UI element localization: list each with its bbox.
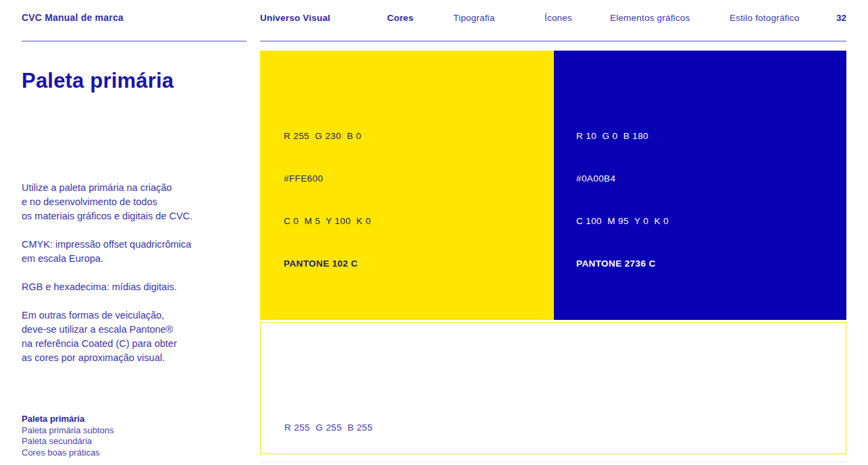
swatch-white-specs: R 255 G 255 B 255 #FFFFFF C 00 M 00 Y 00… [284, 392, 382, 465]
swatch-hex-value: #0A00B4 [576, 171, 669, 186]
nav-item-estilo-fotografico[interactable]: Estilo fotográfico [730, 13, 799, 23]
nav-item-icones[interactable]: Ícones [544, 13, 572, 23]
paragraph-cmyk: CMYK: impressão offset quadricrômica em … [22, 238, 255, 266]
nav-item-elementos-graficos[interactable]: Elementos gráficos [610, 13, 690, 23]
nav-item-tipografia[interactable]: Tipografia [453, 13, 495, 23]
header-divider-left [22, 40, 247, 42]
swatch-cmyk-value: C 100 M 95 Y 0 K 0 [576, 214, 669, 228]
nav-item-cores[interactable]: Cores [387, 13, 413, 23]
swatch-pantone-value: PANTONE 102 C [284, 256, 371, 271]
paragraph-usage: Utilize a paleta primária na criação e n… [22, 181, 255, 223]
color-swatch-white: R 255 G 255 B 255 #FFFFFF C 00 M 00 Y 00… [260, 322, 846, 454]
menu-item-paleta-primaria[interactable]: Paleta primária [22, 414, 114, 425]
swatch-hex-value: #FFE600 [284, 171, 371, 186]
swatch-yellow-specs: R 255 G 230 B 0 #FFE600 C 0 M 5 Y 100 K … [284, 101, 371, 299]
section-menu: Paleta primária Paleta primária subtons … [22, 414, 114, 458]
manual-page: CVC Manual de marca Universo Visual Core… [0, 0, 868, 465]
page-number: 32 [836, 13, 846, 23]
menu-item-paleta-secundaria[interactable]: Paleta secundária [22, 436, 114, 447]
menu-item-paleta-primaria-subtons[interactable]: Paleta primária subtons [22, 425, 114, 437]
swatch-cmyk-value: C 0 M 5 Y 100 K 0 [284, 214, 371, 228]
intro-paragraphs: Utilize a paleta primária na criação e n… [22, 181, 255, 379]
paragraph-pantone: Em outras formas de veiculação, deve-se … [22, 308, 255, 365]
paragraph-rgb: RGB e hexadecima: mídias digitais. [22, 280, 255, 294]
brand-title: CVC Manual de marca [22, 12, 124, 23]
color-swatch-yellow: R 255 G 230 B 0 #FFE600 C 0 M 5 Y 100 K … [260, 51, 554, 320]
color-swatch-blue: R 10 G 0 B 180 #0A00B4 C 100 M 95 Y 0 K … [554, 51, 846, 320]
header-divider-right [260, 40, 846, 42]
swatch-pantone-value: PANTONE 2736 C [576, 256, 669, 271]
nav-item-universo-visual[interactable]: Universo Visual [260, 13, 330, 23]
page-title: Paleta primária [22, 69, 174, 93]
swatch-rgb-value: R 255 G 230 B 0 [284, 129, 371, 143]
menu-item-cores-boas-praticas[interactable]: Cores boas práticas [22, 447, 114, 459]
swatch-rgb-value: R 10 G 0 B 180 [576, 129, 669, 143]
swatch-rgb-value: R 255 G 255 B 255 [284, 420, 382, 435]
next-section-top-edge [260, 462, 846, 462]
swatch-blue-specs: R 10 G 0 B 180 #0A00B4 C 100 M 95 Y 0 K … [576, 101, 669, 299]
